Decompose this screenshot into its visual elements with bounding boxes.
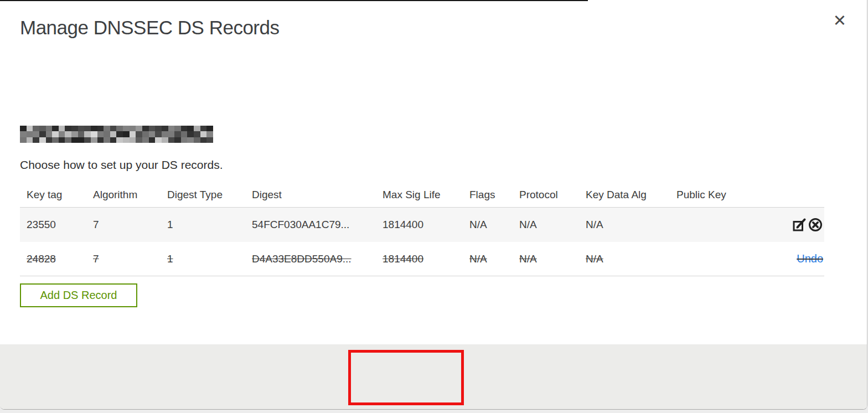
screen-edge-artifact bbox=[0, 0, 588, 1]
table-row: 235507154FCF030AA1C79...1814400N/AN/AN/A bbox=[20, 208, 824, 242]
table-cell: 1814400 bbox=[383, 253, 469, 265]
column-header-digest: Digest bbox=[252, 189, 383, 201]
column-header-flags: Flags bbox=[469, 189, 519, 201]
column-header-digest-type: Digest Type bbox=[167, 189, 252, 201]
table-cell: N/A bbox=[519, 219, 586, 231]
table-body: 235507154FCF030AA1C79...1814400N/AN/AN/A… bbox=[20, 208, 824, 276]
screen: Manage DNSSEC DS Records ✕ Choose how to… bbox=[0, 0, 868, 413]
table-cell: 7 bbox=[93, 253, 167, 265]
subtitle: Choose how to set up your DS records. bbox=[20, 158, 223, 172]
close-icon[interactable]: ✕ bbox=[829, 10, 850, 31]
redacted-domain-name bbox=[20, 126, 213, 143]
table-cell: 23550 bbox=[27, 219, 93, 231]
table-cell: N/A bbox=[469, 219, 519, 231]
table-cell: N/A bbox=[469, 253, 519, 265]
column-header-key-data-alg: Key Data Alg bbox=[586, 189, 676, 201]
table-cell: D4A33E8DD550A9... bbox=[252, 253, 383, 265]
table-cell: 1 bbox=[167, 219, 252, 231]
dnssec-modal: Manage DNSSEC DS Records ✕ Choose how to… bbox=[0, 0, 867, 410]
table-row: 2482871D4A33E8DD550A9...1814400N/AN/AN/A… bbox=[20, 242, 824, 276]
column-header-protocol: Protocol bbox=[519, 189, 586, 201]
column-header-algorithm: Algorithm bbox=[93, 189, 167, 201]
column-header-max-sig-life: Max Sig Life bbox=[383, 189, 469, 201]
table-cell: N/A bbox=[519, 253, 586, 265]
edit-icon[interactable] bbox=[792, 217, 807, 233]
undo-link[interactable]: Undo bbox=[797, 252, 823, 265]
table-cell: 24828 bbox=[27, 253, 93, 265]
modal-title: Manage DNSSEC DS Records bbox=[20, 17, 279, 39]
table-cell: 1814400 bbox=[383, 219, 469, 231]
column-header-key-tag: Key tag bbox=[27, 189, 93, 201]
row-actions bbox=[790, 217, 824, 233]
modal-footer: Save Cancel bbox=[0, 344, 867, 410]
column-header-public-key: Public Key bbox=[676, 189, 790, 201]
add-ds-record-button[interactable]: Add DS Record bbox=[20, 283, 137, 307]
table-cell: N/A bbox=[586, 219, 676, 231]
remove-icon[interactable] bbox=[808, 217, 823, 233]
table-header-row: Key tagAlgorithmDigest TypeDigestMax Sig… bbox=[20, 183, 824, 208]
table-cell: N/A bbox=[586, 253, 676, 265]
ds-records-table: Key tagAlgorithmDigest TypeDigestMax Sig… bbox=[20, 183, 824, 276]
table-cell: 1 bbox=[167, 253, 252, 265]
table-cell: 7 bbox=[93, 219, 167, 231]
row-actions: Undo bbox=[790, 252, 824, 265]
table-cell: 54FCF030AA1C79... bbox=[252, 219, 383, 231]
